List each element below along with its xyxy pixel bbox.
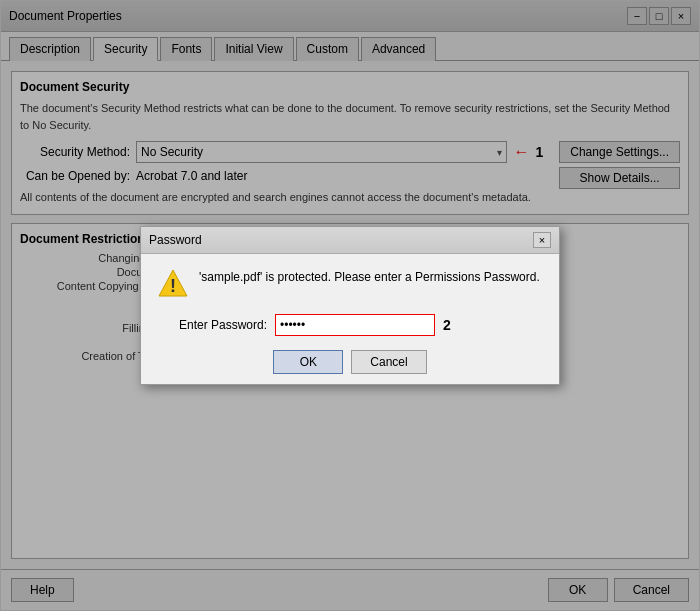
dialog-cancel-button[interactable]: Cancel [351, 350, 426, 374]
warning-icon: ! [157, 268, 189, 300]
password-dialog: Password × ! 'sample.pdf' is protected. … [140, 226, 560, 385]
svg-text:!: ! [170, 276, 176, 296]
dialog-overlay: Password × ! 'sample.pdf' is protected. … [1, 1, 699, 610]
main-window: Document Properties − □ × Description Se… [0, 0, 700, 611]
dialog-close-button[interactable]: × [533, 232, 551, 248]
dialog-title: Password [149, 233, 202, 247]
dialog-title-bar: Password × [141, 227, 559, 254]
password-input[interactable] [275, 314, 435, 336]
dialog-input-container: 2 [275, 314, 451, 336]
dialog-message-text: 'sample.pdf' is protected. Please enter … [199, 268, 540, 286]
badge-2: 2 [443, 317, 451, 333]
dialog-message-row: ! 'sample.pdf' is protected. Please ente… [157, 268, 543, 300]
dialog-ok-button[interactable]: OK [273, 350, 343, 374]
dialog-buttons: OK Cancel [157, 350, 543, 374]
dialog-password-label: Enter Password: [157, 318, 267, 332]
dialog-password-row: Enter Password: 2 [157, 314, 543, 336]
dialog-body: ! 'sample.pdf' is protected. Please ente… [141, 254, 559, 384]
